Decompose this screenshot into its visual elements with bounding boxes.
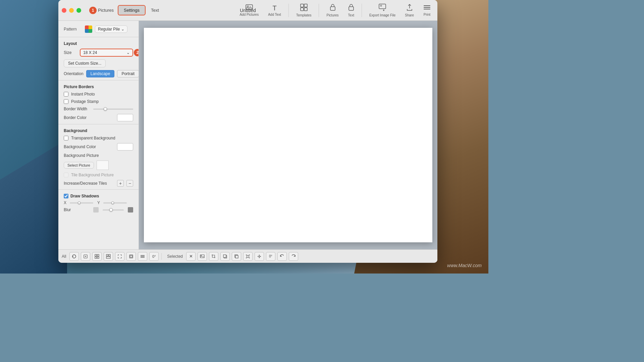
undo-btn[interactable] (277, 252, 287, 261)
postage-stamp-row: Postage Stamp (58, 98, 139, 105)
instant-photo-checkbox[interactable] (64, 92, 68, 97)
color-block-blue (85, 29, 89, 33)
export-tool[interactable]: Export Image File (366, 2, 399, 18)
add-text-tool[interactable]: T Add Text (265, 3, 284, 18)
tab-text[interactable]: Text (146, 6, 164, 15)
refresh-btn[interactable] (69, 252, 79, 261)
layout-badge: 2 (134, 49, 139, 56)
x-slider[interactable] (70, 202, 93, 203)
print-icon (423, 4, 431, 12)
svg-rect-18 (106, 254, 108, 256)
bg-color-row: Background Color (58, 142, 139, 152)
image-selected-btn[interactable] (198, 252, 207, 261)
increase-decrease-row: Increase/Decrease Tiles + − (58, 179, 139, 188)
pattern-select[interactable]: Regular Pile ⌄ (95, 25, 127, 33)
share-tool[interactable]: Share (401, 2, 417, 18)
text-lock-tool[interactable]: Text (345, 2, 358, 18)
increase-tiles-button[interactable]: + (117, 180, 124, 187)
svg-rect-8 (379, 4, 386, 9)
border-width-slider[interactable] (93, 109, 133, 110)
draw-shadows-checkbox[interactable] (64, 194, 68, 198)
border-color-swatch[interactable] (117, 114, 133, 121)
sidebar: Pattern Regular Pile ⌄ Layout Size 1 (58, 21, 139, 249)
svg-rect-4 (301, 8, 304, 11)
size-row: Size 18 X 24 ⌄ 2 (58, 47, 139, 58)
draw-shadows-header: Draw Shadows (58, 191, 139, 200)
angle-select-btn[interactable]: 0° (266, 252, 275, 261)
pictures-lock-label: Pictures (326, 13, 338, 17)
pictures-lock-icon (330, 4, 336, 13)
custom-size-button[interactable]: Set Custom Size... (64, 59, 106, 67)
maximize-button[interactable] (76, 8, 81, 13)
postage-stamp-checkbox[interactable] (64, 99, 68, 104)
tab-settings[interactable]: Settings (118, 5, 146, 15)
bg-color-label: Background Color (64, 144, 114, 149)
canvas-area[interactable] (139, 21, 437, 249)
angle-value: 0° (152, 254, 156, 258)
minimize-button[interactable] (69, 8, 74, 13)
decrease-tiles-button[interactable]: − (126, 180, 133, 187)
main-window: 1 Pictures Settings Text Untitled (58, 0, 437, 263)
instant-photo-label: Instant Photo (71, 92, 95, 97)
pattern-row: Pattern Regular Pile ⌄ (58, 24, 139, 36)
svg-rect-20 (106, 257, 110, 258)
close-button[interactable] (62, 8, 66, 13)
templates-label: Templates (296, 13, 312, 17)
pictures-lock-tool[interactable]: Pictures (323, 2, 342, 18)
color-block-yellow (89, 25, 92, 29)
minus-grid-btn[interactable] (104, 252, 113, 261)
y-slider[interactable] (103, 202, 127, 203)
divider-2 (58, 80, 139, 80)
watermark: www.MacW.com (447, 263, 482, 268)
select-picture-button[interactable]: Select Picture (64, 162, 94, 169)
redo-btn[interactable] (289, 252, 298, 261)
blur-right-icon (128, 207, 133, 213)
svg-rect-3 (304, 4, 307, 7)
tile-bg-checkbox[interactable] (64, 173, 68, 177)
bg-picture-label: Background Picture (64, 153, 133, 158)
fit-btn[interactable] (81, 252, 90, 261)
fit-selection-btn[interactable] (243, 252, 253, 261)
svg-rect-16 (95, 257, 97, 258)
size-select[interactable]: 18 X 24 ⌄ (80, 49, 133, 57)
grid-btn[interactable] (92, 252, 102, 261)
center-btn[interactable] (126, 252, 136, 261)
divider-1 (58, 37, 139, 37)
svg-rect-31 (235, 255, 238, 258)
titlebar: 1 Pictures Settings Text Untitled (58, 0, 437, 21)
crop-btn[interactable] (209, 252, 218, 261)
tab-pictures[interactable]: 1 Pictures (85, 5, 118, 15)
all-label: All (62, 254, 66, 259)
main-content: Pattern Regular Pile ⌄ Layout Size 1 (58, 21, 437, 249)
blur-slider[interactable] (103, 209, 124, 210)
print-tool[interactable]: Print (420, 3, 434, 18)
bg-color-swatch[interactable] (117, 143, 133, 150)
svg-point-9 (380, 5, 382, 6)
delete-selected-btn[interactable]: ✕ (186, 252, 196, 261)
front-btn[interactable] (220, 252, 230, 261)
color-block-green (89, 29, 92, 33)
color-block-red (85, 25, 89, 29)
instant-photo-row: Instant Photo (58, 90, 139, 98)
templates-tool[interactable]: Templates (293, 2, 315, 18)
portrait-button[interactable]: Portrait (117, 70, 139, 77)
blur-row: Blur (58, 206, 139, 214)
increase-decrease-label: Increase/Decrease Tiles (64, 181, 114, 186)
add-pictures-label: Add Pictures (239, 13, 259, 16)
export-icon (379, 4, 386, 13)
angle-btn[interactable]: 0° (149, 252, 159, 261)
align-btn[interactable] (138, 252, 147, 261)
svg-rect-6 (330, 7, 335, 10)
svg-rect-17 (97, 257, 99, 258)
landscape-button[interactable]: Landscape (86, 70, 115, 77)
move-btn[interactable] (255, 252, 264, 261)
back-btn[interactable] (232, 252, 241, 261)
transparent-bg-checkbox[interactable] (64, 136, 68, 140)
border-width-thumb (104, 107, 107, 111)
svg-rect-15 (97, 254, 99, 256)
text-lock-label: Text (348, 13, 354, 17)
pictures-badge: 1 (89, 7, 97, 14)
expand-btn[interactable] (115, 252, 124, 261)
picture-borders-title: Picture Borders (58, 82, 139, 90)
size-label: Size (64, 50, 77, 55)
